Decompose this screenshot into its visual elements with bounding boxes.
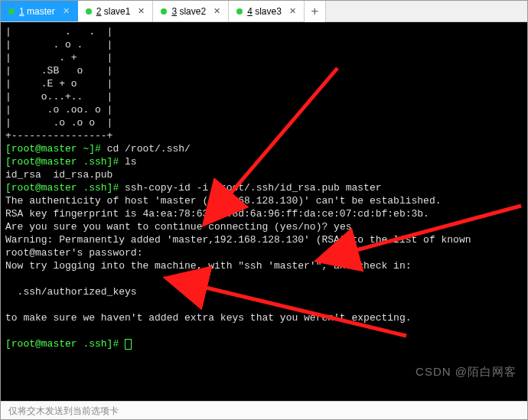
prompt: [root@master .ssh]# [5,156,125,168]
tab-number: 1 [19,6,24,17]
output-line: to make sure we haven't added extra keys… [5,312,412,324]
close-icon[interactable]: ✕ [138,6,145,16]
output-line: Now try logging into the machine, with "… [5,260,412,272]
output-line: RSA key fingerprint is 4a:ea:78:63:ca:8d… [5,208,429,220]
user-input: yes [334,221,351,233]
terminal[interactable]: | . . | | . o . | | . + | | .SB o | | .E… [1,22,527,401]
ascii-art: | . . | | . o . | | . + | | .SB o | | .E… [5,26,112,142]
close-icon[interactable]: ✕ [213,6,220,16]
status-dot-icon [86,8,92,15]
close-icon[interactable]: ✕ [63,6,70,16]
status-dot-icon [236,8,243,15]
close-icon[interactable]: ✕ [289,6,296,16]
status-text: 仅将交木发送到当前选项卡 [8,405,119,416]
output-line: .ssh/authorized_keys [5,286,137,298]
status-dot-icon [161,8,167,15]
output-line: Warning: Permanently added 'master,192.1… [5,234,471,246]
command: ssh-copy-id -i /root/.ssh/id_rsa.pub mas… [125,182,381,194]
output-line: The authenticity of host 'master (192.16… [5,195,442,207]
tab-label: 3 slave2 [171,6,206,17]
watermark: CSDN @陌白网客 [416,365,517,378]
prompt: [root@master .ssh]# [5,338,125,350]
tab-label: 2 slave1 [96,6,131,17]
prompt: [root@master .ssh]# [5,182,125,194]
cursor-icon [125,339,132,350]
output-line: root@master's password: [5,247,148,259]
output-line: Are you sure you want to continue connec… [5,221,334,233]
prompt: [root@master ~]# [5,143,107,155]
status-bar: 仅将交木发送到当前选项卡 [1,401,527,420]
tab-slave1[interactable]: 2 slave1 ✕ [78,1,154,21]
tab-number: 4 [247,6,253,17]
output-line: id_rsa id_rsa.pub [5,169,112,181]
command: ls [125,156,137,168]
status-dot-icon [8,8,15,15]
tab-master[interactable]: 1 master ✕ [1,1,78,21]
command: cd /root/.ssh/ [107,143,191,155]
add-tab-button[interactable]: + [305,1,326,22]
tab-label: 4 slave3 [247,6,282,17]
tab-bar: 1 master ✕ 2 slave1 ✕ 3 slave2 ✕ 4 slave… [1,1,527,22]
tab-slave2[interactable]: 3 slave2 ✕ [153,1,229,21]
tab-slave3[interactable]: 4 slave3 ✕ [229,1,305,21]
tab-label: 1 master [19,6,55,17]
